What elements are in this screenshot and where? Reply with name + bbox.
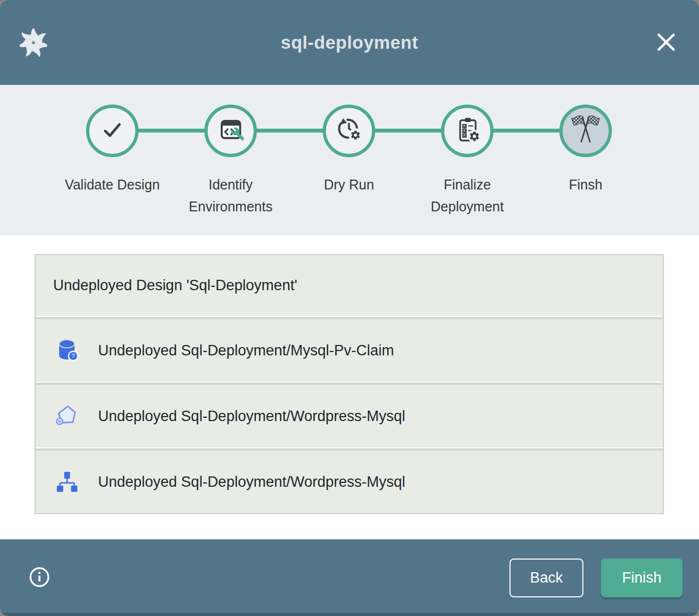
step-circle xyxy=(204,105,257,157)
step-finish[interactable]: Finsh xyxy=(526,105,645,217)
svg-text:?: ? xyxy=(71,353,75,359)
code-window-wrench-icon xyxy=(216,116,245,146)
check-icon xyxy=(98,116,127,146)
database-icon: ? xyxy=(53,337,81,364)
rerun-gear-icon xyxy=(335,116,363,146)
stepper: Validate Design xyxy=(0,85,699,235)
step-dry-run[interactable]: Dry Run xyxy=(290,105,408,217)
hierarchy-icon xyxy=(53,469,81,494)
step-validate-design[interactable]: Validate Design xyxy=(53,105,171,217)
finish-flags-icon xyxy=(570,114,601,147)
finish-button[interactable]: Finish xyxy=(601,559,683,597)
step-label: Dry Run xyxy=(324,174,374,195)
result-text: Undeployed Design 'Sql-Deployment' xyxy=(53,277,297,294)
info-button[interactable] xyxy=(28,567,50,589)
dialog-footer: Back Finish xyxy=(0,539,699,616)
close-button[interactable] xyxy=(655,32,677,54)
step-label: Identify Environments xyxy=(171,174,290,217)
step-circle xyxy=(86,105,139,157)
step-label: Finalize Deployment xyxy=(408,174,526,217)
pentagon-icon xyxy=(53,403,81,429)
info-icon xyxy=(28,566,50,590)
list-item: Undeployed Design 'Sql-Deployment' xyxy=(36,255,663,316)
step-label: Finsh xyxy=(569,174,602,195)
step-circle xyxy=(559,105,612,157)
step-circle xyxy=(323,105,375,157)
result-text: Undeployed Sql-Deployment/Wordpress-Mysq… xyxy=(98,474,405,491)
dialog-header: sql-deployment xyxy=(0,0,699,85)
step-finalize-deployment[interactable]: Finalize Deployment xyxy=(408,105,526,217)
dialog-title: sql-deployment xyxy=(0,32,699,53)
list-item: ? Undeployed Sql-Deployment/Mysql-Pv-Cla… xyxy=(36,317,663,382)
list-item: Undeployed Sql-Deployment/Wordpress-Mysq… xyxy=(36,383,663,447)
close-icon xyxy=(656,32,677,54)
step-label: Validate Design xyxy=(65,174,159,195)
clipboard-gear-icon xyxy=(453,116,482,146)
result-text: Undeployed Sql-Deployment/Wordpress-Mysq… xyxy=(98,408,405,425)
step-circle xyxy=(441,105,494,157)
results-list: Undeployed Design 'Sql-Deployment' ? Und… xyxy=(35,254,664,514)
deployment-wizard-dialog: sql-deployment xyxy=(0,0,699,616)
result-text: Undeployed Sql-Deployment/Mysql-Pv-Claim xyxy=(98,342,394,359)
step-identify-environments[interactable]: Identify Environments xyxy=(171,105,290,217)
results-panel: Undeployed Design 'Sql-Deployment' ? Und… xyxy=(0,235,699,539)
list-item: Undeployed Sql-Deployment/Wordpress-Mysq… xyxy=(36,448,663,513)
back-button[interactable]: Back xyxy=(509,559,583,597)
